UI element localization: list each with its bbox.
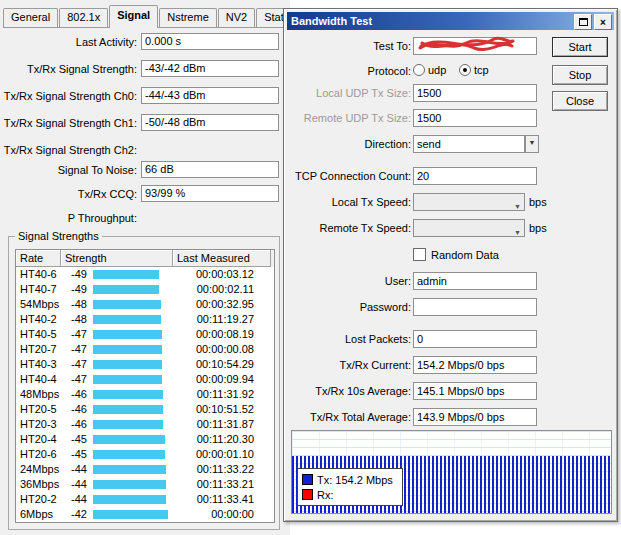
chart-legend: Tx: 154.2 Mbps Rx: [297, 468, 403, 506]
table-row[interactable]: 48Mbps-4600:11:31.92 [16, 387, 274, 402]
strength-bar-icon [93, 345, 162, 354]
column-header-rate[interactable]: Rate [16, 250, 61, 267]
strength-bar-icon [93, 480, 166, 489]
user-input[interactable]: admin [413, 272, 537, 290]
signal-strengths-group: Signal Strengths RateStrengthLast Measur… [8, 236, 280, 530]
tab-bar: General802.1xSignalNstremeNV2Statistics [3, 4, 284, 28]
strength-value: -46 [61, 403, 87, 415]
strength-value: -48 [61, 313, 87, 325]
strength-value: -46 [61, 418, 87, 430]
rate-cell: HT40-2 [20, 313, 57, 325]
tab-signal[interactable]: Signal [109, 5, 158, 28]
row-password: Password: [287, 298, 616, 318]
status-row-tx-rx-signal-strength: Tx/Rx Signal Strength:-43/-42 dBm [0, 60, 283, 79]
table-row[interactable]: 36Mbps-4400:11:33.21 [16, 477, 274, 492]
stop-button[interactable]: Stop [552, 65, 608, 85]
row-txrx-total-average: Tx/Rx Total Average: 143.9 Mbps/0 bps [287, 408, 616, 428]
txrx-10s-average-value: 145.1 Mbps/0 bps [413, 382, 537, 400]
tab-nv2[interactable]: NV2 [218, 8, 255, 27]
tab-nstreme[interactable]: Nstreme [159, 8, 217, 27]
strength-value: -46 [61, 388, 87, 400]
status-label: P Throughput: [0, 212, 137, 224]
last-measured-cell: 00:11:33.21 [173, 478, 254, 490]
random-data-checkbox[interactable]: Random Data [413, 248, 499, 261]
local-udp-tx-size-input: 1500 [413, 84, 537, 102]
row-txrx-10s-average: Tx/Rx 10s Average: 145.1 Mbps/0 bps [287, 382, 616, 402]
last-measured-cell: 00:11:20.30 [173, 433, 254, 445]
last-measured-cell: 00:00:00 [173, 508, 254, 520]
txrx-10s-average-label: Tx/Rx 10s Average: [257, 385, 411, 397]
row-tcp-connection-count: TCP Connection Count: 20 [287, 167, 616, 187]
protocol-udp-radio[interactable]: udp [413, 64, 446, 76]
throughput-chart: Tx: 154.2 Mbps Rx: [291, 430, 612, 514]
table-row[interactable]: HT20-5-4600:10:51.52 [16, 402, 274, 417]
protocol-tcp-radio[interactable]: tcp [459, 64, 489, 76]
tab-802-1x[interactable]: 802.1x [59, 8, 108, 27]
status-row-p-throughput: P Throughput: [0, 209, 283, 228]
lost-packets-label: Lost Packets: [257, 333, 411, 345]
lost-packets-value: 0 [413, 330, 537, 348]
restore-button[interactable] [574, 14, 592, 30]
table-row[interactable]: HT20-3-4600:11:31.87 [16, 417, 274, 432]
strength-bar-icon [93, 390, 163, 399]
table-row[interactable]: 6Mbps-4200:00:00 [16, 507, 274, 522]
row-local-tx-speed: Local Tx Speed: ▼ bps [287, 193, 616, 213]
txrx-current-value: 154.2 Mbps/0 bps [413, 356, 537, 374]
rx-swatch-icon [302, 489, 313, 500]
strength-value: -49 [61, 283, 87, 295]
table-row[interactable]: HT20-2-4400:11:33.41 [16, 492, 274, 507]
table-row[interactable]: HT20-7-4700:00:00.08 [16, 342, 274, 357]
row-lost-packets: Lost Packets: 0 [287, 330, 616, 350]
row-direction: Direction: send ▼ [287, 135, 616, 155]
rate-cell: 48Mbps [20, 388, 59, 400]
strength-value: -47 [61, 328, 87, 340]
status-label: Tx/Rx Signal Strength Ch2: [0, 144, 137, 156]
column-header-strength[interactable]: Strength [61, 250, 173, 267]
row-remote-tx-speed: Remote Tx Speed: ▼ bps [287, 219, 616, 239]
local-tx-speed-input: ▼ [413, 193, 525, 211]
table-row[interactable]: 24Mbps-4400:11:33.22 [16, 462, 274, 477]
test-to-input[interactable] [413, 37, 537, 55]
signal-table-body: HT40-6-4900:00:03.12HT40-7-4900:00:02.11… [16, 267, 274, 522]
checkbox-icon [413, 248, 426, 261]
last-measured-cell: 00:00:03.12 [173, 268, 254, 280]
strength-value: -47 [61, 343, 87, 355]
strength-bar-icon [93, 495, 166, 504]
row-txrx-current: Tx/Rx Current: 154.2 Mbps/0 bps [287, 356, 616, 376]
row-remote-udp-tx-size: Remote UDP Tx Size: 1500 [287, 109, 616, 129]
row-user: User: admin [287, 272, 616, 292]
table-row[interactable]: HT20-6-4500:00:01.10 [16, 447, 274, 462]
rate-cell: HT20-7 [20, 343, 57, 355]
strength-value: -47 [61, 358, 87, 370]
rate-cell: HT40-3 [20, 358, 57, 370]
close-button[interactable]: Close [552, 91, 608, 111]
table-row[interactable]: HT40-4-4700:00:09.94 [16, 372, 274, 387]
group-title: Signal Strengths [15, 230, 102, 242]
start-button[interactable]: Start [552, 37, 608, 57]
tab-general[interactable]: General [3, 8, 58, 27]
dialog-titlebar[interactable]: Bandwidth Test × [287, 12, 614, 30]
password-field[interactable] [413, 298, 537, 316]
column-header-last-measured[interactable]: Last Measured [173, 250, 271, 267]
table-row[interactable]: HT20-4-4500:11:20.30 [16, 432, 274, 447]
close-icon-button[interactable]: × [594, 14, 612, 30]
direction-dropdown-button[interactable]: ▼ [525, 135, 539, 153]
table-row[interactable]: HT40-5-4700:00:08.19 [16, 327, 274, 342]
rate-cell: 24Mbps [20, 463, 59, 475]
tcp-connection-count-input[interactable]: 20 [413, 167, 537, 185]
direction-label: Direction: [257, 138, 411, 150]
strength-bar-icon [93, 300, 161, 309]
strength-bar-icon [93, 465, 166, 474]
table-row[interactable]: 54Mbps-4800:00:32.95 [16, 297, 274, 312]
rate-cell: 54Mbps [20, 298, 59, 310]
strength-bar-icon [93, 315, 161, 324]
table-row[interactable]: HT40-2-4800:11:19.27 [16, 312, 274, 327]
strength-bar-icon [93, 375, 162, 384]
table-row[interactable]: HT40-6-4900:00:03.12 [16, 267, 274, 282]
table-row[interactable]: HT40-7-4900:00:02.11 [16, 282, 274, 297]
radio-checked-icon [459, 64, 471, 76]
table-row[interactable]: HT40-3-4700:10:54.29 [16, 357, 274, 372]
last-measured-cell: 00:00:01.10 [173, 448, 254, 460]
strength-value: -47 [61, 373, 87, 385]
direction-input[interactable]: send [413, 135, 525, 153]
